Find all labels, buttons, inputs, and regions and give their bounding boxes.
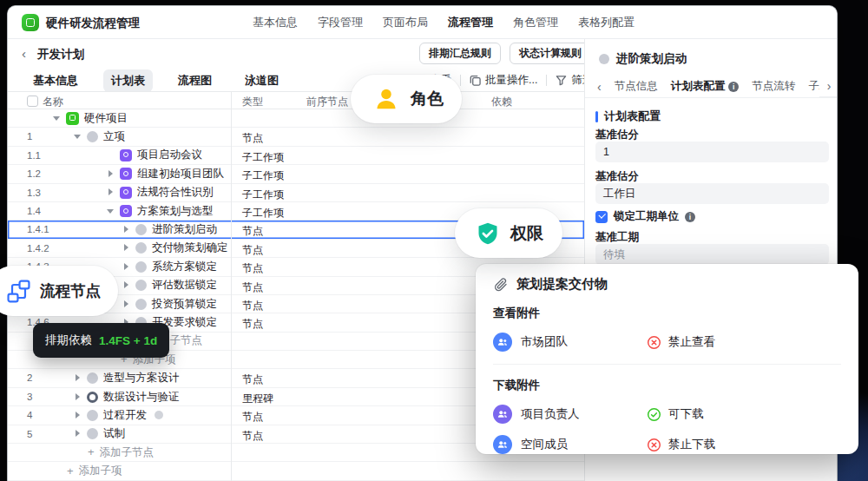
row-name: 组建初始项目团队 (137, 167, 224, 181)
nav-item-process-mgmt[interactable]: 流程管理 (448, 15, 493, 30)
row-number: 5 (27, 429, 32, 439)
table-row[interactable]: 1.2 组建初始项目团队 子工作项 (8, 165, 584, 183)
desktop-background: 硬件研发流程管理 基本信息 字段管理 页面布局 流程管理 角色管理 表格列配置 … (0, 0, 868, 481)
row-name-cell[interactable]: 评估数据锁定 (122, 277, 217, 294)
row-number: 1.4.2 (27, 243, 49, 254)
field-label-baseline-score: 基准估分 (595, 128, 639, 142)
panel-tab-plan-config[interactable]: 计划表配置 i (671, 79, 740, 94)
row-name-cell[interactable]: 进阶策划启动 (122, 221, 217, 238)
expand-arrow-icon[interactable] (74, 374, 82, 382)
row-name-cell[interactable]: 投资预算锁定 (122, 295, 217, 313)
table-row[interactable]: 1 立项 节点 (8, 128, 584, 146)
panel-header: 进阶策划启动 (599, 51, 687, 67)
table-row[interactable]: 硬件项目 (8, 109, 584, 128)
info-icon: i (685, 212, 695, 222)
nav-item-field-mgmt[interactable]: 字段管理 (318, 15, 363, 30)
expand-arrow-icon[interactable] (122, 226, 130, 234)
expand-arrow-icon[interactable] (53, 115, 61, 122)
dependency-value: 1.4FS + 1d (99, 334, 157, 347)
expand-arrow-icon[interactable] (122, 281, 130, 289)
row-name-cell[interactable]: 过程开发 (74, 406, 163, 424)
tab-plan-table[interactable]: 计划表 (103, 69, 153, 92)
tab-basic-info[interactable]: 基本信息 (25, 69, 86, 92)
expand-arrow-icon[interactable] (74, 412, 82, 419)
expand-arrow-icon[interactable] (122, 300, 130, 308)
expand-arrow-icon[interactable] (74, 133, 82, 141)
row-name-cell[interactable]: 硬件项目 (53, 109, 128, 127)
table-row[interactable]: 1.3 法规符合性识别 子工作项 (8, 184, 584, 202)
deny-icon (647, 335, 661, 350)
expand-arrow-icon[interactable] (107, 208, 115, 215)
row-name-cell[interactable]: 项目启动会议 (107, 147, 202, 164)
panel-tab-node-info[interactable]: 节点信息 (615, 79, 658, 94)
toolbar-divider (546, 75, 547, 86)
row-name-cell[interactable]: + 添加子节点 (88, 444, 154, 461)
schedule-summary-rule-button[interactable]: 排期汇总规则 (419, 43, 501, 64)
row-name-cell[interactable]: 立项 (74, 128, 125, 145)
permission-row: 项目负责人 可下载 (493, 405, 841, 424)
expand-arrow-icon[interactable] (74, 430, 82, 438)
expand-arrow-icon[interactable] (107, 170, 115, 178)
row-name: 法规符合性识别 (137, 185, 214, 200)
permission-feature-pill[interactable]: 权限 (455, 208, 562, 258)
row-name-cell[interactable]: 法规符合性识别 (107, 184, 214, 201)
field-label-baseline-unit: 基准估分 (595, 169, 639, 184)
group-icon (496, 336, 509, 348)
expand-arrow-icon[interactable] (107, 151, 115, 159)
table-row[interactable]: 1.1 项目启动会议 子工作项 (8, 147, 584, 165)
nav-item-basic-info[interactable]: 基本信息 (253, 15, 298, 30)
flow-node-feature-pill[interactable]: 流程节点 (0, 266, 118, 316)
section-accent-bar (595, 111, 598, 122)
paperclip-icon (493, 277, 509, 293)
tab-flow-chart[interactable]: 流程图 (170, 69, 220, 92)
column-divider (231, 91, 232, 481)
chevron-right-icon[interactable]: › (819, 76, 838, 97)
row-name: 评估数据锁定 (152, 278, 217, 293)
top-bar: 硬件研发流程管理 基本信息 字段管理 页面布局 流程管理 角色管理 表格列配置 (8, 6, 837, 39)
row-name: 添加子项 (79, 464, 122, 478)
member-name: 项目负责人 (521, 406, 580, 422)
nav-item-role-mgmt[interactable]: 角色管理 (513, 15, 558, 30)
row-name-cell[interactable]: 方案策划与选型 (107, 202, 214, 220)
row-type: 子工作项 (242, 150, 284, 165)
nav-item-table-columns[interactable]: 表格列配置 (578, 15, 635, 30)
batch-operations-tool[interactable]: 批量操作... (470, 73, 537, 88)
expand-arrow-icon[interactable] (122, 263, 130, 271)
row-name-cell[interactable]: 试制 (74, 425, 125, 443)
select-all-checkbox[interactable] (27, 96, 38, 107)
back-icon[interactable]: ‹ (22, 46, 26, 62)
row-name-cell[interactable]: 数据设计与验证 (74, 388, 180, 405)
role-feature-pill[interactable]: 角色 (351, 75, 462, 123)
row-name-cell[interactable]: 组建初始项目团队 (107, 165, 224, 182)
status-calc-rule-button[interactable]: 状态计算规则 (510, 43, 591, 64)
tab-swimlane[interactable]: 泳道图 (237, 69, 286, 92)
member-name: 空间成员 (521, 437, 568, 452)
lock-duration-checkbox[interactable] (595, 211, 608, 223)
baseline-unit-input[interactable]: 工作日 (595, 183, 829, 204)
expand-arrow-icon[interactable] (122, 244, 130, 252)
row-type-icon (87, 410, 98, 421)
expand-arrow-icon[interactable] (74, 393, 82, 401)
section-view-attachments: 查看附件 (493, 306, 841, 321)
baseline-score-input[interactable]: 1 (595, 142, 829, 162)
baseline-duration-input[interactable]: 待填 (595, 244, 829, 265)
expand-arrow-icon[interactable] (107, 188, 115, 196)
row-name-cell[interactable]: + 添加子项 (67, 462, 122, 479)
row-name-cell[interactable]: 交付物策划确定 (122, 240, 228, 257)
row-name-cell[interactable]: 造型与方案设计 (74, 369, 180, 386)
row-number: 4 (27, 410, 32, 420)
schedule-dependency-tooltip: 排期依赖 1.4FS + 1d (33, 323, 169, 358)
row-name: 方案策划与选型 (137, 204, 214, 219)
group-icon (496, 438, 509, 451)
panel-tab-node-flow[interactable]: 节点流转 (752, 79, 795, 94)
table-row[interactable]: + 添加子项 (8, 462, 584, 480)
chevron-left-icon[interactable]: ‹ (597, 80, 602, 94)
row-name-cell[interactable]: 系统方案锁定 (122, 258, 217, 275)
breadcrumb[interactable]: 开发计划 (37, 47, 84, 63)
permission-status: 禁止下载 (647, 437, 715, 452)
filter-icon (556, 75, 567, 86)
nav-item-page-layout[interactable]: 页面布局 (383, 15, 428, 30)
allow-icon (647, 407, 661, 422)
row-type-icon (66, 112, 79, 125)
row-type-icon (120, 205, 132, 217)
